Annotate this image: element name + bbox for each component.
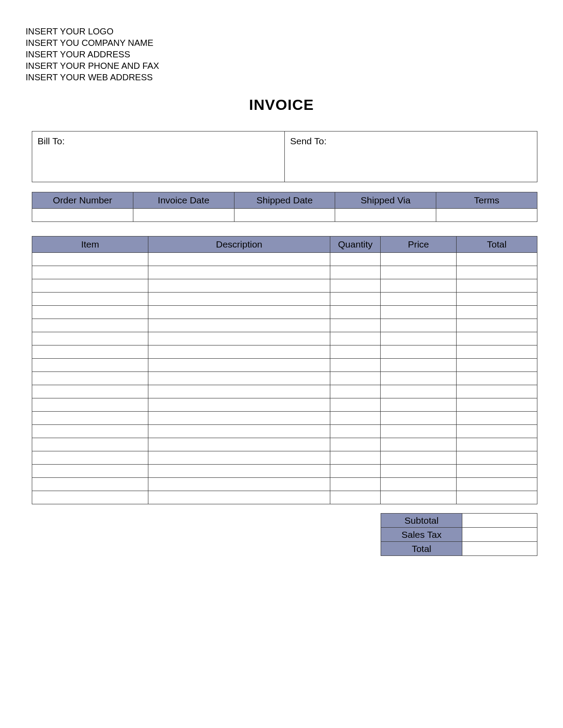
item-quantity-cell[interactable]	[330, 319, 380, 332]
item-quantity-cell[interactable]	[330, 398, 380, 412]
item-item-cell[interactable]	[32, 412, 148, 425]
item-quantity-cell[interactable]	[330, 359, 380, 372]
item-total-cell[interactable]	[456, 359, 537, 372]
item-item-cell[interactable]	[32, 385, 148, 398]
item-total-cell[interactable]	[456, 398, 537, 412]
item-quantity-cell[interactable]	[330, 438, 380, 451]
item-total-cell[interactable]	[456, 451, 537, 465]
item-price-cell[interactable]	[381, 319, 457, 332]
total-value[interactable]	[462, 542, 537, 556]
item-item-cell[interactable]	[32, 319, 148, 332]
item-price-cell[interactable]	[381, 425, 457, 438]
salestax-value[interactable]	[462, 528, 537, 542]
item-item-cell[interactable]	[32, 451, 148, 465]
item-price-cell[interactable]	[381, 465, 457, 478]
item-price-cell[interactable]	[381, 345, 457, 359]
item-item-cell[interactable]	[32, 425, 148, 438]
item-item-cell[interactable]	[32, 398, 148, 412]
item-quantity-cell[interactable]	[330, 372, 380, 385]
item-item-cell[interactable]	[32, 478, 148, 491]
item-price-cell[interactable]	[381, 359, 457, 372]
item-price-cell[interactable]	[381, 293, 457, 306]
item-description-cell[interactable]	[148, 438, 330, 451]
item-item-cell[interactable]	[32, 345, 148, 359]
item-total-cell[interactable]	[456, 306, 537, 319]
item-item-cell[interactable]	[32, 306, 148, 319]
item-total-cell[interactable]	[456, 253, 537, 266]
item-quantity-cell[interactable]	[330, 345, 380, 359]
item-total-cell[interactable]	[456, 412, 537, 425]
item-price-cell[interactable]	[381, 412, 457, 425]
item-description-cell[interactable]	[148, 319, 330, 332]
item-total-cell[interactable]	[456, 293, 537, 306]
item-total-cell[interactable]	[456, 438, 537, 451]
item-price-cell[interactable]	[381, 266, 457, 279]
item-description-cell[interactable]	[148, 451, 330, 465]
item-total-cell[interactable]	[456, 319, 537, 332]
terms-cell[interactable]	[436, 209, 537, 222]
item-total-cell[interactable]	[456, 465, 537, 478]
item-quantity-cell[interactable]	[330, 425, 380, 438]
shipped-date-cell[interactable]	[234, 209, 335, 222]
bill-to-cell[interactable]: Bill To:	[32, 131, 285, 182]
item-price-cell[interactable]	[381, 385, 457, 398]
item-quantity-cell[interactable]	[330, 451, 380, 465]
item-quantity-cell[interactable]	[330, 491, 380, 504]
item-description-cell[interactable]	[148, 266, 330, 279]
item-total-cell[interactable]	[456, 425, 537, 438]
item-description-cell[interactable]	[148, 306, 330, 319]
item-total-cell[interactable]	[456, 279, 537, 293]
item-item-cell[interactable]	[32, 293, 148, 306]
item-description-cell[interactable]	[148, 478, 330, 491]
item-quantity-cell[interactable]	[330, 465, 380, 478]
item-quantity-cell[interactable]	[330, 385, 380, 398]
item-quantity-cell[interactable]	[330, 306, 380, 319]
item-description-cell[interactable]	[148, 425, 330, 438]
item-item-cell[interactable]	[32, 491, 148, 504]
item-price-cell[interactable]	[381, 451, 457, 465]
item-item-cell[interactable]	[32, 465, 148, 478]
item-quantity-cell[interactable]	[330, 332, 380, 345]
item-total-cell[interactable]	[456, 332, 537, 345]
item-description-cell[interactable]	[148, 491, 330, 504]
item-description-cell[interactable]	[148, 385, 330, 398]
item-description-cell[interactable]	[148, 332, 330, 345]
item-quantity-cell[interactable]	[330, 253, 380, 266]
item-price-cell[interactable]	[381, 306, 457, 319]
item-item-cell[interactable]	[32, 438, 148, 451]
item-item-cell[interactable]	[32, 372, 148, 385]
item-item-cell[interactable]	[32, 279, 148, 293]
item-total-cell[interactable]	[456, 266, 537, 279]
shipped-via-cell[interactable]	[335, 209, 436, 222]
item-item-cell[interactable]	[32, 359, 148, 372]
item-quantity-cell[interactable]	[330, 293, 380, 306]
item-quantity-cell[interactable]	[330, 478, 380, 491]
item-total-cell[interactable]	[456, 372, 537, 385]
order-number-cell[interactable]	[32, 209, 133, 222]
item-total-cell[interactable]	[456, 478, 537, 491]
item-description-cell[interactable]	[148, 465, 330, 478]
invoice-date-cell[interactable]	[133, 209, 234, 222]
item-price-cell[interactable]	[381, 438, 457, 451]
item-total-cell[interactable]	[456, 345, 537, 359]
item-description-cell[interactable]	[148, 345, 330, 359]
item-total-cell[interactable]	[456, 491, 537, 504]
item-description-cell[interactable]	[148, 293, 330, 306]
item-description-cell[interactable]	[148, 253, 330, 266]
item-price-cell[interactable]	[381, 398, 457, 412]
subtotal-value[interactable]	[462, 514, 537, 528]
item-price-cell[interactable]	[381, 253, 457, 266]
item-quantity-cell[interactable]	[330, 412, 380, 425]
item-quantity-cell[interactable]	[330, 279, 380, 293]
item-price-cell[interactable]	[381, 279, 457, 293]
item-price-cell[interactable]	[381, 372, 457, 385]
item-quantity-cell[interactable]	[330, 266, 380, 279]
item-price-cell[interactable]	[381, 332, 457, 345]
item-total-cell[interactable]	[456, 385, 537, 398]
item-description-cell[interactable]	[148, 359, 330, 372]
item-description-cell[interactable]	[148, 279, 330, 293]
item-price-cell[interactable]	[381, 491, 457, 504]
send-to-cell[interactable]: Send To:	[285, 131, 537, 182]
item-item-cell[interactable]	[32, 266, 148, 279]
item-description-cell[interactable]	[148, 412, 330, 425]
